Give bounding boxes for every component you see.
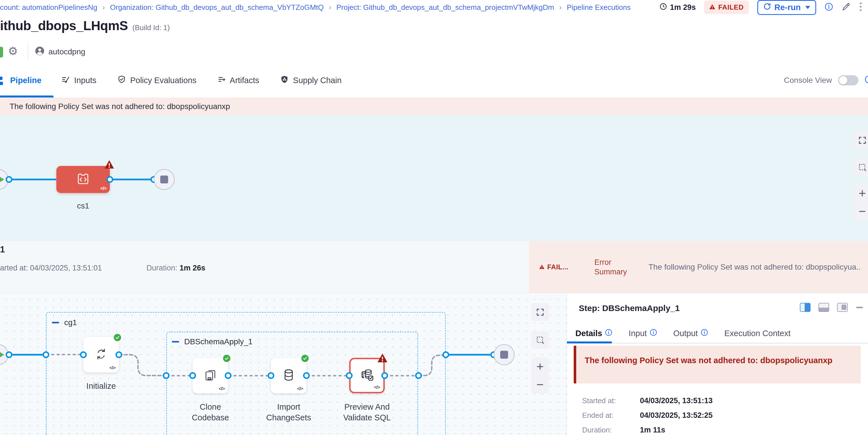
panel-collapse-icon[interactable] bbox=[856, 307, 863, 308]
zoom-in-button[interactable]: + bbox=[854, 184, 868, 202]
zoom-out-button[interactable]: − bbox=[531, 376, 549, 394]
clone-book-icon bbox=[203, 367, 218, 384]
edge bbox=[9, 354, 46, 355]
fullscreen-button[interactable] bbox=[854, 131, 868, 149]
selection-tool-button[interactable] bbox=[854, 158, 868, 176]
step-error-text: The following Policy Set was not adhered… bbox=[585, 356, 833, 365]
chevron-right-icon: › bbox=[558, 3, 562, 12]
breadcrumb-project[interactable]: Project: Github_db_devops_aut_db_schema_… bbox=[336, 3, 554, 12]
edge bbox=[446, 354, 494, 355]
tab-artifacts[interactable]: Artifacts bbox=[217, 75, 259, 86]
warning-triangle-icon bbox=[539, 263, 545, 271]
toggle-knob bbox=[839, 76, 847, 85]
console-view-toggle[interactable] bbox=[838, 75, 859, 85]
gear-icon[interactable]: ⚙ bbox=[8, 44, 18, 58]
triggered-by-user: autocdpng bbox=[49, 47, 85, 56]
execution-graph-canvas: cg1 DBSchemaApply_1 bbox=[0, 293, 567, 435]
edge bbox=[385, 375, 418, 376]
layout-bottom-view-icon[interactable] bbox=[818, 303, 829, 312]
step-error-box: The following Policy Set was not adhered… bbox=[574, 346, 861, 383]
zoom-in-button[interactable]: + bbox=[531, 358, 549, 376]
tab-policy-evaluations[interactable]: Policy Evaluations bbox=[117, 75, 196, 86]
selection-tool-button[interactable] bbox=[531, 331, 549, 349]
connector-port bbox=[116, 351, 122, 358]
tab-output[interactable]: Output bbox=[673, 329, 708, 338]
stage-started-at: arted at: 04/03/2025, 13:51:01 bbox=[0, 264, 102, 273]
failed-warning-icon bbox=[377, 353, 388, 364]
info-icon[interactable] bbox=[701, 329, 708, 338]
code-badge: </> bbox=[374, 384, 380, 390]
step-details-list: Started at: 04/03/2025, 13:51:13 Ended a… bbox=[582, 396, 713, 434]
caret-down-icon bbox=[805, 6, 810, 9]
code-badge: </> bbox=[109, 365, 116, 371]
collapse-icon[interactable] bbox=[52, 322, 59, 323]
group-dbschemaapply-name: DBSchemaApply_1 bbox=[184, 337, 253, 346]
info-icon[interactable] bbox=[825, 3, 833, 12]
top-bar: count: automationPipelinesNg › Organizat… bbox=[0, 0, 868, 14]
stage-name: 1 bbox=[0, 245, 5, 255]
layout-floating-view-icon[interactable] bbox=[837, 303, 848, 312]
tab-supply-chain[interactable]: Supply Chain bbox=[280, 75, 342, 86]
detail-value: 1m 11s bbox=[640, 426, 713, 434]
tab-details-label: Details bbox=[576, 329, 602, 338]
tab-details[interactable]: Details bbox=[576, 329, 612, 338]
connector-port bbox=[106, 176, 113, 183]
tab-input-label: Input bbox=[629, 329, 647, 338]
step-label-import-changesets: Import ChangeSets bbox=[265, 401, 313, 423]
title-row: ithub_dbops_LHqmS (Build Id: 1) bbox=[0, 14, 170, 39]
step-card-clone-codebase[interactable]: </> bbox=[193, 358, 228, 393]
tab-inputs[interactable]: Inputs bbox=[61, 75, 96, 86]
error-summary-label: Error Summary bbox=[594, 257, 637, 277]
stop-icon bbox=[160, 176, 168, 183]
status-badge-label: FAILED bbox=[718, 3, 744, 11]
edge bbox=[228, 375, 271, 376]
layout-right-view-icon[interactable] bbox=[800, 303, 810, 312]
tab-execution-context[interactable]: Execution Context bbox=[724, 329, 790, 338]
policy-violation-banner: The following Policy Set was not adhered… bbox=[0, 97, 868, 116]
error-summary-text: The following Policy Set was not adhered… bbox=[649, 262, 868, 272]
active-tab-underline bbox=[0, 95, 54, 97]
list-plus-icon bbox=[217, 75, 226, 86]
breadcrumb-organization[interactable]: Organization: Github_db_devops_aut_db_sc… bbox=[110, 3, 323, 12]
zoom-out-button[interactable]: − bbox=[854, 202, 868, 220]
collapse-icon[interactable] bbox=[172, 341, 179, 343]
connector-port bbox=[303, 372, 310, 379]
edit-pencil-icon[interactable] bbox=[841, 2, 850, 12]
pipeline-icon bbox=[0, 76, 5, 87]
chevron-right-icon: › bbox=[102, 3, 105, 12]
tab-pipeline[interactable]: Pipeline bbox=[10, 76, 41, 85]
detail-value: 04/03/2025, 13:51:13 bbox=[640, 396, 713, 405]
clock-icon bbox=[659, 3, 667, 12]
edge bbox=[110, 179, 154, 180]
stage-node-cs1[interactable]: </> bbox=[56, 166, 110, 193]
stage-fail-badge-label: FAIL... bbox=[547, 263, 569, 271]
tab-supply-chain-label: Supply Chain bbox=[293, 76, 342, 85]
info-icon[interactable] bbox=[605, 329, 612, 338]
step-card-initialize[interactable]: </> bbox=[83, 337, 119, 372]
code-badge: </> bbox=[297, 386, 303, 392]
connector-port bbox=[6, 176, 12, 183]
info-icon[interactable] bbox=[650, 329, 657, 338]
stage-node-label: cs1 bbox=[55, 201, 111, 211]
tab-input[interactable]: Input bbox=[629, 329, 657, 338]
stage-summary-row[interactable]: 1 arted at: 04/03/2025, 13:51:01 Duratio… bbox=[0, 241, 868, 293]
step-card-preview-validate-sql[interactable]: </> bbox=[349, 358, 385, 393]
kebab-menu-icon[interactable] bbox=[859, 2, 862, 13]
step-card-import-changesets[interactable]: </> bbox=[271, 358, 306, 393]
rerun-label: Re-run bbox=[775, 3, 801, 12]
rerun-button[interactable]: Re-run bbox=[757, 0, 816, 15]
execution-elapsed: 1m 29s bbox=[659, 3, 696, 12]
info-icon[interactable] bbox=[865, 75, 868, 86]
step-detail-panel: Step: DBSchemaApply_1 Details Input bbox=[567, 293, 868, 435]
success-check-icon bbox=[301, 354, 309, 363]
breadcrumb-account[interactable]: count: automationPipelinesNg bbox=[0, 3, 97, 12]
status-badge: FAILED bbox=[704, 1, 749, 14]
fullscreen-button[interactable] bbox=[531, 303, 549, 321]
shield-check-icon bbox=[117, 75, 126, 86]
active-tab-underline bbox=[567, 341, 612, 343]
success-check-icon bbox=[113, 333, 122, 342]
edge bbox=[166, 375, 193, 376]
sync-icon bbox=[93, 346, 109, 363]
vertical-divider bbox=[28, 43, 28, 59]
breadcrumb-pipeline-executions[interactable]: Pipeline Executions bbox=[567, 3, 630, 12]
